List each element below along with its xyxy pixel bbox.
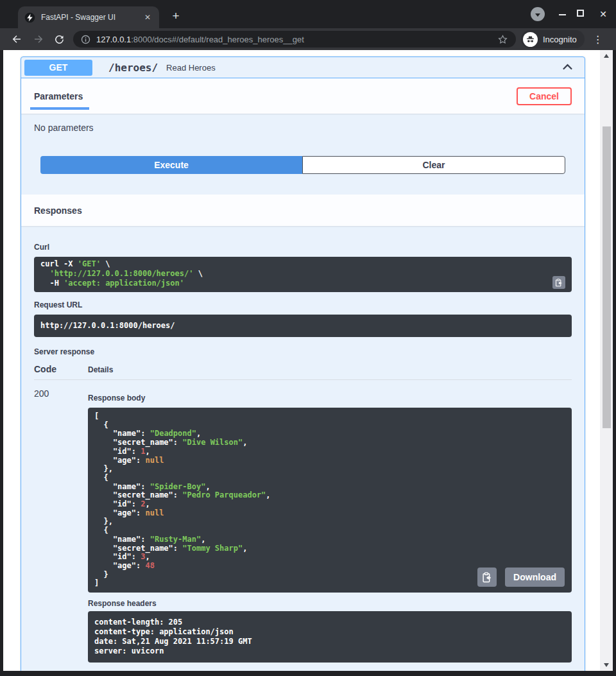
download-button[interactable]: Download — [505, 568, 565, 587]
clipboard-icon — [482, 572, 492, 583]
curl-code: curl -X 'GET' \ 'http://127.0.0.1:8000/h… — [40, 259, 552, 288]
responses-inner: Curl curl -X 'GET' \ 'http://127.0.0.1:8… — [21, 226, 585, 671]
page-scrollbar[interactable] — [600, 50, 613, 671]
request-url-label: Request URL — [34, 300, 572, 309]
request-url-value: http://127.0.0.1:8000/heroes/ — [34, 315, 572, 337]
browser-menu-button[interactable]: ⋮ — [592, 33, 604, 46]
response-headers-code: content-length: 205content-type: applica… — [94, 618, 565, 656]
swagger-page: GET /heroes/ Read Heroes Parameters Canc… — [3, 50, 613, 671]
response-body-actions: Download — [477, 568, 565, 587]
curl-command: curl -X 'GET' \ 'http://127.0.0.1:8000/h… — [34, 257, 572, 292]
scrollbar-down-arrow[interactable] — [600, 661, 613, 670]
parameters-title: Parameters — [34, 91, 83, 101]
url-host: 127.0.0.1 — [96, 35, 131, 44]
execute-button[interactable]: Execute — [40, 156, 302, 174]
url-path: :8000/docs#/default/read_heroes_heroes__… — [131, 35, 304, 44]
response-headers-label: Response headers — [88, 599, 572, 608]
code-column-header: Code — [34, 364, 88, 374]
copy-response-button[interactable] — [477, 568, 497, 587]
window-minimize-button[interactable] — [556, 8, 569, 21]
cancel-button[interactable]: Cancel — [517, 87, 572, 105]
endpoint-summary: Read Heroes — [166, 63, 216, 73]
new-tab-button[interactable]: + — [167, 7, 185, 25]
copy-curl-button[interactable] — [552, 276, 565, 289]
tab-bar: FastAPI - Swagger UI ✕ + ✕ — [0, 0, 616, 28]
bookmark-star-icon[interactable] — [497, 34, 508, 45]
incognito-label: Incognito — [543, 35, 577, 44]
response-body-code: [ { "name": "Deadpond", "secret_name": "… — [94, 412, 565, 588]
url-text[interactable]: 127.0.0.1:8000/docs#/default/read_heroes… — [96, 35, 497, 44]
details-column-header: Details — [88, 365, 113, 374]
collapse-chevron-up-icon[interactable] — [562, 62, 573, 73]
response-headers-block: content-length: 205content-type: applica… — [88, 611, 572, 663]
response-row-200: 200 Response body [ { "name": "Deadpond"… — [34, 388, 572, 663]
url-bar[interactable]: 127.0.0.1:8000/docs#/default/read_heroes… — [73, 31, 516, 48]
endpoint-path: /heroes/ — [108, 62, 158, 74]
incognito-badge: Incognito — [521, 30, 585, 48]
curl-label: Curl — [34, 243, 572, 252]
scrollbar-up-arrow[interactable] — [600, 51, 613, 60]
forward-button[interactable] — [31, 31, 46, 47]
tab-title: FastAPI - Swagger UI — [41, 13, 141, 22]
request-url-text: http://127.0.0.1:8000/heroes/ — [40, 321, 565, 331]
tab-search-button[interactable] — [531, 7, 545, 21]
server-response-label: Server response — [34, 347, 572, 356]
scrollbar-thumb[interactable] — [603, 126, 611, 428]
browser-toolbar: 127.0.0.1:8000/docs#/default/read_heroes… — [0, 28, 616, 50]
window-close-button[interactable]: ✕ — [596, 7, 610, 21]
fastapi-favicon-icon — [24, 12, 35, 23]
responses-title: Responses — [34, 205, 82, 216]
method-badge: GET — [24, 60, 92, 76]
back-button[interactable] — [9, 31, 24, 47]
active-tab-underline — [30, 107, 89, 110]
operation-header[interactable]: GET /heroes/ Read Heroes — [21, 57, 585, 78]
response-body-label: Response body — [88, 394, 572, 403]
response-body-block: [ { "name": "Deadpond", "secret_name": "… — [88, 408, 572, 593]
status-code: 200 — [34, 388, 88, 663]
incognito-icon — [523, 32, 538, 47]
response-details: Response body [ { "name": "Deadpond", "s… — [88, 388, 572, 663]
execute-row: Execute Clear — [40, 156, 565, 174]
parameters-body: No parameters Execute Clear — [21, 114, 585, 195]
tab-close-icon[interactable]: ✕ — [141, 12, 154, 23]
clear-button[interactable]: Clear — [302, 156, 565, 174]
response-table-head: Code Details — [34, 364, 572, 380]
browser-tab[interactable]: FastAPI - Swagger UI ✕ — [18, 6, 159, 28]
page-info-icon[interactable] — [81, 35, 90, 44]
clipboard-icon — [555, 279, 563, 287]
no-parameters-text: No parameters — [34, 123, 572, 133]
parameters-header: Parameters Cancel — [21, 78, 585, 114]
operation-block-get-heroes: GET /heroes/ Read Heroes Parameters Canc… — [21, 56, 585, 671]
server-response-table: Code Details 200 Response body [ { "name… — [34, 364, 572, 663]
window-maximize-button[interactable] — [577, 10, 584, 17]
responses-header: Responses — [21, 195, 585, 226]
chevron-down-icon — [535, 13, 540, 17]
reload-button[interactable] — [51, 31, 67, 47]
